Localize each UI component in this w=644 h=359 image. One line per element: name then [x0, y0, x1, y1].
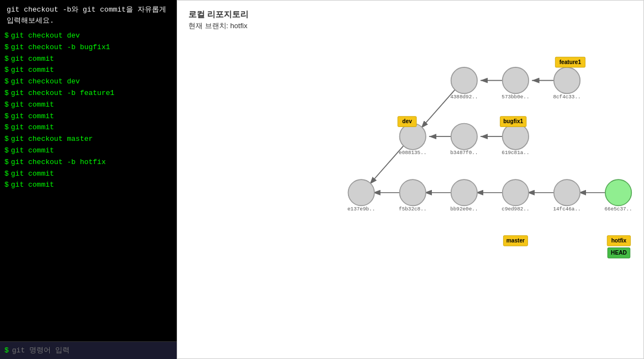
graph-panel: 로컬 리포지토리 현재 브랜치: hotfix e137e9b.. [177, 0, 644, 359]
node-e137 [348, 180, 374, 205]
line-prompt: $ [4, 42, 9, 54]
graph-subtitle: 현재 브랜치: hotfix [188, 21, 632, 31]
node-619c [503, 123, 529, 149]
node-f5b3 [400, 180, 426, 205]
node-label-c9ed: c9ed982.. [502, 206, 529, 212]
line-text: git commit [11, 99, 54, 111]
terminal-line: $ git checkout -b hotfix [4, 157, 172, 168]
node-b348 [451, 123, 477, 149]
line-prompt: $ [4, 122, 9, 134]
line-text: git checkout master [11, 134, 93, 145]
line-prompt: $ [4, 99, 9, 111]
node-label-14fc: 14fc46a.. [553, 206, 580, 212]
terminal-line: $ git commit [4, 168, 172, 180]
node-c9ed [503, 180, 529, 205]
branch-label-bugfix1-text: bugfix1 [503, 118, 523, 124]
line-text: git checkout -b hotfix [11, 157, 106, 168]
node-label-619c: 619c81a.. [502, 150, 529, 156]
node-66e5 [605, 180, 631, 205]
terminal-header-text: git checkout -b와 git commit을 자유롭게 입력해보세요… [7, 6, 166, 25]
line-prompt: $ [4, 111, 9, 123]
graph-subtitle-label: 현재 브랜치: [188, 22, 228, 30]
line-prompt: $ [4, 30, 9, 42]
head-label-text: HEAD [611, 250, 627, 256]
node-573b [503, 67, 529, 93]
node-e088 [400, 123, 426, 149]
terminal-line: $ git checkout dev [4, 76, 172, 88]
line-text: git commit [11, 111, 54, 123]
line-text: git commit [11, 145, 54, 157]
line-prompt: $ [4, 134, 9, 145]
line-prompt: $ [4, 65, 9, 76]
terminal-prompt: $ [4, 346, 9, 355]
line-text: git checkout -b bugfix1 [11, 42, 110, 54]
node-label-bb92: bb92e0e.. [450, 206, 478, 212]
terminal-line: $ git checkout master [4, 134, 172, 145]
node-label-f5b3: f5b32c8.. [399, 206, 426, 212]
terminal-line: $ git commit [4, 180, 172, 191]
git-graph-svg: e137e9b.. f5b32c8.. bb92e0e.. c9ed982.. … [188, 34, 632, 267]
line-text: git checkout dev [11, 30, 80, 42]
terminal-line: $ git commit [4, 111, 172, 123]
node-label-e088: e088135.. [399, 150, 426, 156]
node-label-573b: 573bb0e.. [502, 94, 529, 100]
terminal-header: git checkout -b와 git commit을 자유롭게 입력해보세요… [0, 0, 177, 28]
graph-current-branch: hotfix [230, 22, 247, 30]
node-label-4388: 4388d92.. [450, 94, 478, 100]
terminal-panel: git checkout -b와 git commit을 자유롭게 입력해보세요… [0, 0, 177, 359]
line-prompt: $ [4, 145, 9, 157]
line-text: git commit [11, 54, 54, 65]
branch-label-dev-text: dev [402, 118, 412, 124]
line-prompt: $ [4, 180, 9, 191]
node-4388 [451, 67, 477, 93]
node-label-e137: e137e9b.. [347, 206, 375, 212]
line-text: git commit [11, 180, 54, 191]
node-label-8cf4: 8cf4c33.. [553, 94, 580, 100]
line-prompt: $ [4, 54, 9, 65]
terminal-line: $ git commit [4, 122, 172, 134]
terminal-line: $ git commit [4, 54, 172, 65]
terminal-line: $ git commit [4, 99, 172, 111]
node-label-b348: b3487f0.. [450, 150, 478, 156]
terminal-line: $ git commit [4, 145, 172, 157]
branch-label-feature1-text: feature1 [559, 59, 582, 65]
node-8cf4 [554, 67, 580, 93]
line-prompt: $ [4, 157, 9, 168]
line-prompt: $ [4, 88, 9, 99]
branch-label-hotfix-text: hotfix [611, 237, 627, 244]
terminal-line: $ git checkout dev [4, 30, 172, 42]
line-text: git checkout dev [11, 76, 80, 88]
terminal-body: $ git checkout dev$ git checkout -b bugf… [0, 28, 177, 341]
node-bb92 [451, 180, 477, 205]
graph-title: 로컬 리포지토리 [188, 9, 632, 20]
node-label-66e5: 66e5c37.. [604, 206, 632, 212]
terminal-input-area[interactable]: $ [0, 341, 177, 359]
line-text: git commit [11, 122, 54, 134]
line-prompt: $ [4, 168, 9, 180]
terminal-line: $ git commit [4, 65, 172, 76]
line-text: git commit [11, 65, 54, 76]
branch-label-master-text: master [506, 237, 525, 244]
line-text: git commit [11, 168, 54, 180]
line-text: git checkout -b feature1 [11, 88, 114, 99]
line-prompt: $ [4, 76, 9, 88]
terminal-command-input[interactable] [12, 346, 172, 355]
terminal-line: $ git checkout -b feature1 [4, 88, 172, 99]
node-14fc [554, 180, 580, 205]
terminal-line: $ git checkout -b bugfix1 [4, 42, 172, 54]
